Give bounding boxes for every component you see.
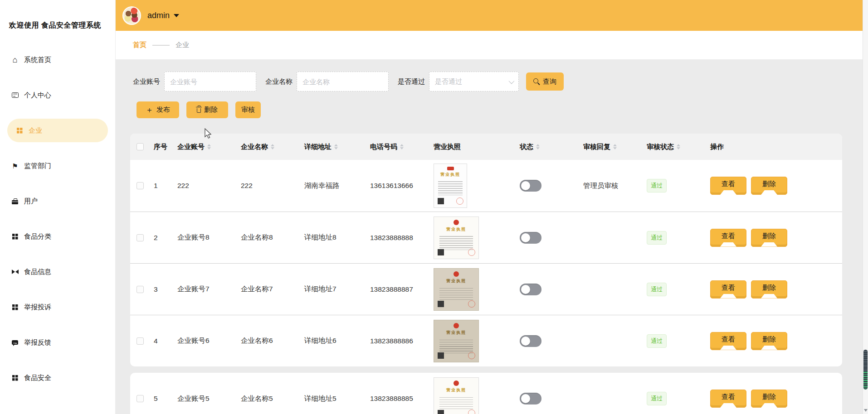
status-toggle[interactable] xyxy=(520,393,541,404)
cell-actions: 查看删除 xyxy=(707,332,842,350)
view-button[interactable]: 查看 xyxy=(710,177,746,195)
status-toggle[interactable] xyxy=(520,284,541,295)
cell-name: 企业名称8 xyxy=(237,233,301,242)
name-filter-input[interactable] xyxy=(297,72,389,91)
sidebar-item-4[interactable]: 用户 xyxy=(0,183,115,219)
sort-icon[interactable] xyxy=(334,144,338,150)
delete-row-button[interactable]: 删除 xyxy=(751,280,787,298)
avatar[interactable] xyxy=(122,6,141,25)
sort-icon[interactable] xyxy=(536,144,540,150)
cell-phone: 13823888886 xyxy=(366,337,430,345)
grid-icon xyxy=(12,234,18,240)
row-checkbox-cell xyxy=(130,337,150,345)
sidebar-item-label: 食品安全 xyxy=(24,374,51,382)
business-license-image[interactable]: 营业执照 xyxy=(434,217,479,259)
scrollbar-down-arrow[interactable] xyxy=(864,409,868,412)
panel-icon xyxy=(12,92,19,98)
cell-audit-status: 通过 xyxy=(643,392,707,405)
sort-icon[interactable] xyxy=(677,144,680,150)
column-header[interactable]: 详细地址 xyxy=(301,143,366,151)
row-checkbox[interactable] xyxy=(137,286,144,293)
status-toggle[interactable] xyxy=(520,232,541,244)
sort-icon[interactable] xyxy=(271,144,274,150)
cell-audit-status: 通过 xyxy=(643,231,707,245)
column-header[interactable]: 审核回复 xyxy=(580,143,643,151)
sidebar-item-label: 监管部门 xyxy=(24,162,51,170)
delete-button[interactable]: 删除 xyxy=(186,101,228,118)
home-icon: ⌂ xyxy=(13,56,18,64)
delete-row-button[interactable]: 删除 xyxy=(751,332,787,350)
sidebar-item-1[interactable]: 个人中心 xyxy=(0,77,115,113)
breadcrumb-home[interactable]: 首页 xyxy=(133,41,146,49)
license-qr-code xyxy=(438,198,444,204)
business-license-image[interactable]: 营业执照 xyxy=(434,268,479,311)
sidebar-item-3[interactable]: ⚑监管部门 xyxy=(0,148,115,183)
scrollbar-thumb[interactable] xyxy=(863,350,868,390)
passed-select-placeholder: 是否通过 xyxy=(435,77,462,86)
passed-filter-select[interactable]: 是否通过 xyxy=(429,72,519,91)
sidebar-item-label: 食品分类 xyxy=(24,232,51,241)
delete-row-button[interactable]: 删除 xyxy=(751,390,787,408)
vertical-scrollbar[interactable] xyxy=(863,0,868,414)
sidebar-item-0[interactable]: ⌂系统首页 xyxy=(0,42,115,77)
business-license-image[interactable]: 营业执照 xyxy=(434,164,467,208)
cell-name: 企业名称6 xyxy=(237,336,301,346)
select-all-checkbox[interactable] xyxy=(137,143,144,150)
publish-button[interactable]: ＋ 发布 xyxy=(137,101,179,118)
account-filter-input[interactable] xyxy=(164,72,256,91)
caret-down-icon[interactable] xyxy=(174,14,179,17)
column-header-label: 审核状态 xyxy=(647,143,674,151)
column-header[interactable]: 状态 xyxy=(516,143,580,151)
sidebar-item-9[interactable]: 食品安全 xyxy=(0,360,115,395)
license-title: 营业执照 xyxy=(446,387,466,393)
business-license-image[interactable]: 营业执照 xyxy=(434,377,479,414)
trash-icon xyxy=(197,108,201,113)
view-button[interactable]: 查看 xyxy=(710,390,746,408)
status-toggle[interactable] xyxy=(520,180,541,192)
sidebar-item-8[interactable]: 举报反馈 xyxy=(0,325,115,360)
row-checkbox[interactable] xyxy=(137,395,144,402)
sidebar-item-label: 企业 xyxy=(29,126,42,135)
license-seal xyxy=(468,409,475,414)
status-toggle[interactable] xyxy=(520,335,541,347)
column-header: 序号 xyxy=(150,143,174,151)
cell-audit-status: 通过 xyxy=(643,334,707,348)
view-button[interactable]: 查看 xyxy=(710,229,746,247)
delete-row-button[interactable]: 删除 xyxy=(751,229,787,247)
briefcase-icon xyxy=(12,200,18,204)
sidebar-item-2[interactable]: 企业 xyxy=(0,113,115,148)
audit-button[interactable]: 审核 xyxy=(235,101,261,118)
sidebar-item-5[interactable]: 食品分类 xyxy=(0,219,115,254)
view-button[interactable]: 查看 xyxy=(710,332,746,350)
sidebar-item-6[interactable]: 食品信息 xyxy=(0,254,115,289)
table-body-overflow: 5企业账号5企业名称5详细地址513823888885营业执照通过查看删除 xyxy=(130,373,842,414)
sidebar-item-label: 食品信息 xyxy=(24,268,51,276)
sort-icon[interactable] xyxy=(613,144,617,150)
delete-row-button[interactable]: 删除 xyxy=(751,177,787,195)
view-button[interactable]: 查看 xyxy=(710,280,746,298)
column-header[interactable]: 企业账号 xyxy=(174,143,237,151)
sidebar-item-7[interactable]: 举报投诉 xyxy=(0,289,115,325)
cell-license: 营业执照 xyxy=(430,217,516,259)
query-button[interactable]: 查询 xyxy=(526,72,564,91)
sort-icon[interactable] xyxy=(207,144,211,150)
cell-status xyxy=(516,335,580,347)
table-row: 5企业账号5企业名称5详细地址513823888885营业执照通过查看删除 xyxy=(130,373,842,414)
sidebar-item-label: 用户 xyxy=(24,197,38,206)
table-row: 1222222湖南幸福路13613613666营业执照管理员审核通过查看删除 xyxy=(130,160,842,212)
cell-no: 1 xyxy=(150,182,174,190)
column-header[interactable]: 企业名称 xyxy=(237,143,301,151)
column-header[interactable]: 电话号码 xyxy=(366,143,430,151)
username-dropdown[interactable]: admin xyxy=(147,11,170,20)
column-header-label: 操作 xyxy=(710,143,724,151)
row-checkbox[interactable] xyxy=(137,182,144,189)
license-text-lines xyxy=(439,235,473,250)
column-header-label: 企业名称 xyxy=(241,143,268,151)
license-emblem xyxy=(454,323,459,328)
business-license-image[interactable]: 营业执照 xyxy=(434,320,479,362)
column-header[interactable]: 审核状态 xyxy=(643,143,707,151)
row-checkbox[interactable] xyxy=(137,337,144,345)
sort-icon[interactable] xyxy=(400,144,404,150)
row-checkbox[interactable] xyxy=(137,234,144,241)
chevron-down-icon xyxy=(509,78,515,84)
